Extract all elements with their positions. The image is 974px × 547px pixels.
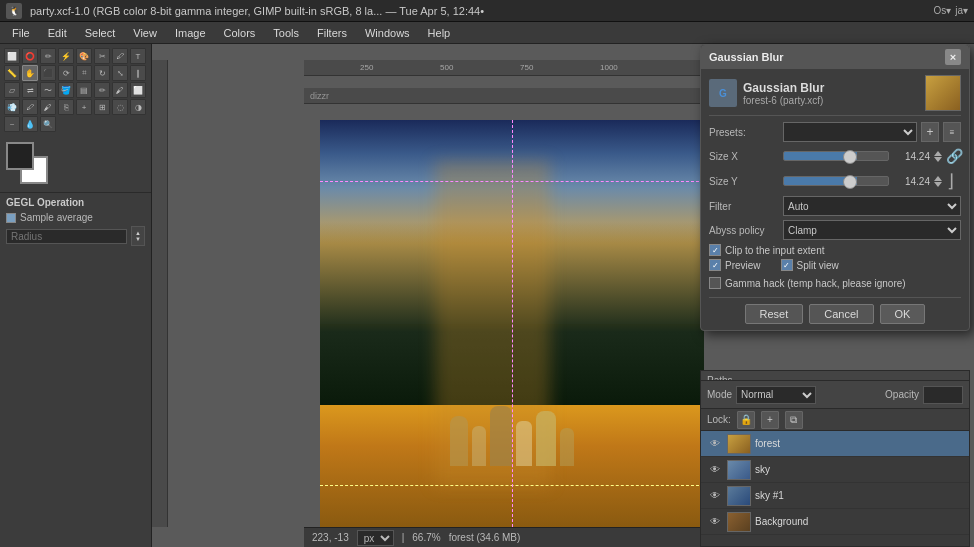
tool-ellipse-select[interactable]: ⭕: [22, 48, 38, 64]
reset-button[interactable]: Reset: [745, 304, 804, 324]
tool-mypaints[interactable]: 🖌: [40, 99, 56, 115]
layer-eye-sky1[interactable]: 👁: [707, 488, 723, 504]
layer-item-sky[interactable]: 👁 sky: [701, 457, 969, 483]
layer-item-forest[interactable]: 👁 forest: [701, 431, 969, 457]
tool-zoom[interactable]: 🔍: [40, 116, 56, 132]
tool-blend[interactable]: ▤: [76, 82, 92, 98]
tool-warp[interactable]: 〜: [40, 82, 56, 98]
abyss-policy-select[interactable]: Clamp: [783, 220, 961, 240]
menu-windows[interactable]: Windows: [357, 25, 418, 41]
foreground-color-swatch[interactable]: [6, 142, 34, 170]
menubar: File Edit Select View Image Colors Tools…: [0, 22, 974, 44]
tool-select-color[interactable]: 🎨: [76, 48, 92, 64]
tool-crop[interactable]: ⌗: [76, 65, 92, 81]
tool-rect-select[interactable]: ⬜: [4, 48, 20, 64]
lock-pixels-button[interactable]: 🔒: [737, 411, 755, 429]
menu-edit[interactable]: Edit: [40, 25, 75, 41]
plus-icon: +: [926, 125, 933, 139]
size-y-spin-up[interactable]: [934, 176, 942, 181]
dialog-titlebar[interactable]: Gaussian Blur ×: [701, 45, 969, 69]
tool-free-select[interactable]: ✏: [40, 48, 56, 64]
canvas-image[interactable]: [320, 120, 704, 527]
tool-scale[interactable]: ⤡: [112, 65, 128, 81]
chain-symbol: 🔗: [946, 148, 963, 164]
tool-transform[interactable]: ⟳: [58, 65, 74, 81]
tool-heal[interactable]: +: [76, 99, 92, 115]
size-y-spinner[interactable]: [933, 171, 943, 191]
tool-pencil[interactable]: ✏: [94, 82, 110, 98]
layer-item-background[interactable]: 👁 Background: [701, 509, 969, 535]
clip-checkbox[interactable]: [709, 244, 721, 256]
layer-name-sky: sky: [755, 464, 770, 475]
presets-select[interactable]: [783, 122, 917, 142]
tool-dodge[interactable]: ◑: [130, 99, 146, 115]
tool-perspective[interactable]: ▱: [4, 82, 20, 98]
preview-checkbox[interactable]: [709, 259, 721, 271]
menu-tools[interactable]: Tools: [265, 25, 307, 41]
size-x-slider[interactable]: [783, 151, 889, 161]
preset-add-button[interactable]: +: [921, 122, 939, 142]
size-x-spinner[interactable]: [933, 146, 943, 166]
filter-method-select[interactable]: Auto: [783, 196, 961, 216]
tool-eraser[interactable]: ⬜: [130, 82, 146, 98]
sample-average-checkbox[interactable]: [6, 213, 16, 223]
tool-align[interactable]: ⬛: [40, 65, 56, 81]
lock-all-button[interactable]: ⧉: [785, 411, 803, 429]
tool-flip[interactable]: ⇌: [22, 82, 38, 98]
tool-colorpicker[interactable]: 💧: [22, 116, 38, 132]
tool-paths[interactable]: 🖊: [112, 48, 128, 64]
layer-eye-background[interactable]: 👁: [707, 514, 723, 530]
tool-shear[interactable]: ∥: [130, 65, 146, 81]
preset-menu-button[interactable]: ≡: [943, 122, 961, 142]
tool-text[interactable]: T: [130, 48, 146, 64]
layer-item-sky1[interactable]: 👁 sky #1: [701, 483, 969, 509]
tool-airbrush[interactable]: 💨: [4, 99, 20, 115]
menu-colors[interactable]: Colors: [216, 25, 264, 41]
splitview-checkbox[interactable]: [781, 259, 793, 271]
tool-measure[interactable]: 📏: [4, 65, 20, 81]
tool-paintbrush[interactable]: 🖌: [112, 82, 128, 98]
menu-select[interactable]: Select: [77, 25, 124, 41]
radius-spinner[interactable]: ▲ ▼: [131, 226, 145, 246]
tool-ink[interactable]: 🖊: [22, 99, 38, 115]
size-x-slider-thumb: [843, 150, 857, 164]
preview-splitview-row: Preview Split view: [709, 259, 961, 274]
tool-perspective-clone[interactable]: ⊞: [94, 99, 110, 115]
menu-filters[interactable]: Filters: [309, 25, 355, 41]
filter-method-label: Filter: [709, 201, 779, 212]
tool-rotate[interactable]: ↻: [94, 65, 110, 81]
layer-eye-forest[interactable]: 👁: [707, 436, 723, 452]
unit-select[interactable]: px: [357, 530, 394, 546]
layers-panel: Mode Normal Opacity 100.0 Lock: 🔒 + ⧉ 👁 …: [700, 380, 970, 547]
tool-move[interactable]: ✋: [22, 65, 38, 81]
size-y-spin-down[interactable]: [934, 182, 942, 187]
canvas-wrapper[interactable]: [320, 120, 704, 527]
tool-smudge[interactable]: ~: [4, 116, 20, 132]
size-chain-icon[interactable]: 🔗: [947, 146, 961, 166]
tool-clone[interactable]: ⎘: [58, 99, 74, 115]
gamma-checkbox-row: Gamma hack (temp hack, please ignore): [709, 277, 961, 289]
ok-button[interactable]: OK: [880, 304, 926, 324]
size-y-slider[interactable]: [783, 176, 889, 186]
radius-input[interactable]: [6, 229, 127, 244]
menu-file[interactable]: File: [4, 25, 38, 41]
layer-mode-select[interactable]: Normal: [736, 386, 816, 404]
menu-help[interactable]: Help: [420, 25, 459, 41]
dialog-close-button[interactable]: ×: [945, 49, 961, 65]
tool-blur[interactable]: ◌: [112, 99, 128, 115]
lock-position-button[interactable]: +: [761, 411, 779, 429]
tool-bucket[interactable]: 🪣: [58, 82, 74, 98]
tool-fuzzy-select[interactable]: ⚡: [58, 48, 74, 64]
opacity-input[interactable]: 100.0: [923, 386, 963, 404]
layer-name-background: Background: [755, 516, 808, 527]
menu-view[interactable]: View: [125, 25, 165, 41]
radius-spin-down[interactable]: ▼: [135, 236, 141, 242]
menu-image[interactable]: Image: [167, 25, 214, 41]
cancel-button[interactable]: Cancel: [809, 304, 873, 324]
size-x-spin-up[interactable]: [934, 151, 942, 156]
layer-eye-sky[interactable]: 👁: [707, 462, 723, 478]
gamma-checkbox[interactable]: [709, 277, 721, 289]
radius-row: ▲ ▼: [6, 226, 145, 246]
tool-iscissors[interactable]: ✂: [94, 48, 110, 64]
size-x-spin-down[interactable]: [934, 157, 942, 162]
